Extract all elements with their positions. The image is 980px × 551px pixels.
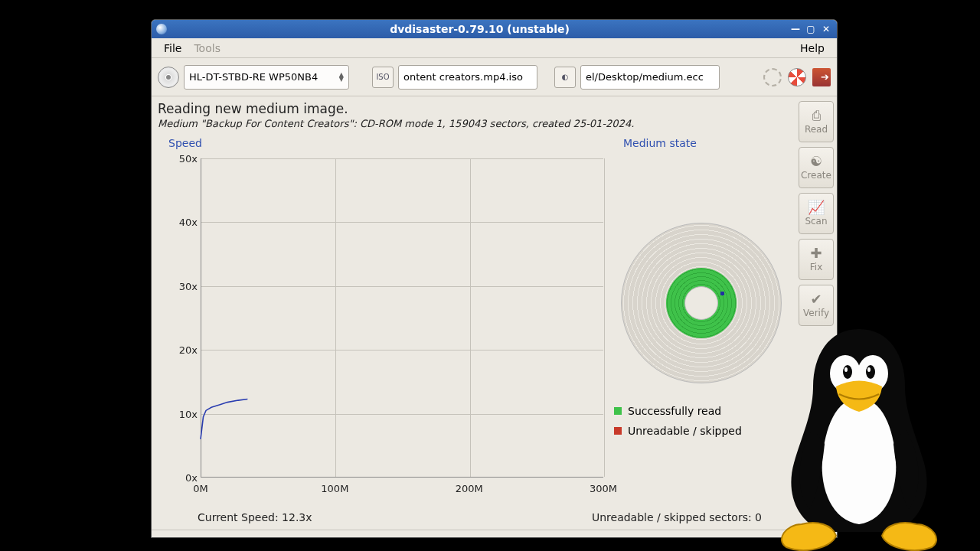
legend-swatch-bad <box>614 427 622 435</box>
image-path-field[interactable]: ontent creators.mp4.iso <box>398 65 537 90</box>
fix-button[interactable]: ✚ Fix <box>799 239 834 280</box>
fix-button-label: Fix <box>810 262 822 272</box>
disc-icon <box>158 67 179 88</box>
scan-button[interactable]: 📈 Scan <box>799 193 834 234</box>
current-speed-label: Current Speed: 12.3x <box>198 511 312 523</box>
minimize-button[interactable]: — <box>789 24 802 34</box>
chevron-updown-icon: ▲▼ <box>339 73 344 82</box>
medium-state-panel: Medium state Successfully read <box>612 135 789 508</box>
disc-spiral-hole <box>684 286 718 320</box>
x-tick: 0M <box>193 483 208 494</box>
scan-icon: 📈 <box>808 201 825 214</box>
create-button-label: Create <box>801 170 831 181</box>
legend-row-ok: Successfully read <box>614 405 742 417</box>
read-button-label: Read <box>805 124 828 135</box>
image-file-icon[interactable]: ISO <box>372 67 394 88</box>
svg-point-2 <box>843 365 852 379</box>
quit-icon[interactable] <box>812 68 831 86</box>
maximize-button[interactable]: ▢ <box>805 24 817 34</box>
y-tick: 20x <box>167 344 198 356</box>
speed-chart: 0x10x20x30x40x50x0M100M200M300M <box>167 154 609 508</box>
read-button[interactable]: ⎙ Read <box>799 101 834 142</box>
legend-label-bad: Unreadable / skipped <box>628 425 742 437</box>
image-path-value: ontent creators.mp4.iso <box>403 71 523 83</box>
x-tick: 100M <box>321 483 348 494</box>
window-title: dvdisaster-0.79.10 (unstable) <box>173 23 786 35</box>
footer: Current Speed: 12.3x Unreadable / skippe… <box>158 508 789 527</box>
menu-tools[interactable]: Tools <box>188 40 227 57</box>
state-panel-title: Medium state <box>612 135 707 154</box>
svg-point-5 <box>867 367 871 372</box>
verify-icon: ✔ <box>810 292 822 306</box>
ecc-file-icon[interactable]: ◐ <box>554 67 576 88</box>
statusbar <box>152 530 837 537</box>
disc-spiral <box>621 223 782 383</box>
toolbar: HL-DT-STBD-RE WP50NB4 ▲▼ ISO ontent crea… <box>152 58 837 96</box>
menu-help[interactable]: Help <box>794 40 831 57</box>
fix-icon: ✚ <box>810 246 822 260</box>
help-icon[interactable] <box>788 68 806 86</box>
speed-panel-title: Speed <box>158 135 609 154</box>
app-window: dvdisaster-0.79.10 (unstable) — ▢ ✕ File… <box>151 19 838 538</box>
close-button[interactable]: ✕ <box>820 24 832 34</box>
verify-button-label: Verify <box>803 308 829 318</box>
legend-row-bad: Unreadable / skipped <box>614 425 742 437</box>
scan-button-label: Scan <box>805 216 827 227</box>
x-tick: 200M <box>456 483 483 494</box>
svg-point-1 <box>858 355 888 392</box>
create-icon: ☯ <box>810 155 822 168</box>
svg-point-4 <box>844 367 848 372</box>
y-tick: 40x <box>167 217 198 228</box>
ecc-path-field[interactable]: el/Desktop/medium.ecc <box>580 65 720 90</box>
legend-swatch-ok <box>614 407 622 415</box>
drive-selector[interactable]: HL-DT-STBD-RE WP50NB4 ▲▼ <box>184 65 349 90</box>
drive-selector-value: HL-DT-STBD-RE WP50NB4 <box>189 71 318 83</box>
read-icon: ⎙ <box>812 109 821 122</box>
speed-line <box>201 158 603 478</box>
y-tick: 30x <box>167 280 198 292</box>
status-subheading: Medium "Backup For Content Creators": CD… <box>158 118 789 129</box>
y-tick: 50x <box>167 153 198 165</box>
settings-icon[interactable] <box>763 68 782 86</box>
unreadable-count-label: Unreadable / skipped sectors: 0 <box>592 511 762 523</box>
create-button[interactable]: ☯ Create <box>799 147 834 188</box>
y-tick: 10x <box>167 408 198 419</box>
speed-panel: Speed 0x10x20x30x40x50x0M100M200M300M <box>158 135 609 508</box>
legend: Successfully read Unreadable / skipped <box>612 405 742 445</box>
status-heading: Reading new medium image. <box>158 101 789 116</box>
disc-spiral-cursor <box>720 292 724 295</box>
svg-point-3 <box>866 365 875 379</box>
app-icon <box>156 24 167 34</box>
ecc-path-value: el/Desktop/medium.ecc <box>586 71 704 83</box>
legend-label-ok: Successfully read <box>628 405 721 417</box>
body: Reading new medium image. Medium "Backup… <box>152 96 837 530</box>
x-tick: 300M <box>590 483 617 494</box>
action-sidebar: ⎙ Read ☯ Create 📈 Scan ✚ Fix ✔ Verify <box>795 96 837 530</box>
titlebar[interactable]: dvdisaster-0.79.10 (unstable) — ▢ ✕ <box>152 20 837 38</box>
menubar: File Tools Help <box>152 38 837 58</box>
menu-file[interactable]: File <box>158 40 188 57</box>
y-tick: 0x <box>167 472 198 484</box>
verify-button[interactable]: ✔ Verify <box>799 285 834 326</box>
